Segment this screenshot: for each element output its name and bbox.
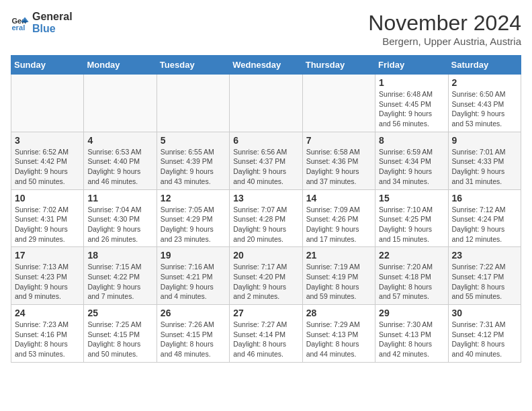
day-info: Sunrise: 6:58 AMSunset: 4:36 PMDaylight:… bbox=[306, 147, 371, 187]
day-number: 20 bbox=[233, 250, 298, 261]
day-info: Sunrise: 6:59 AMSunset: 4:34 PMDaylight:… bbox=[379, 147, 444, 187]
logo-text-line1: General bbox=[32, 11, 73, 23]
day-number: 24 bbox=[15, 308, 80, 318]
day-info: Sunrise: 7:22 AMSunset: 4:17 PMDaylight:… bbox=[452, 262, 517, 302]
svg-text:eral: eral bbox=[11, 24, 25, 32]
day-number: 4 bbox=[87, 135, 152, 146]
day-number: 18 bbox=[87, 250, 152, 261]
day-number: 14 bbox=[306, 193, 371, 203]
day-number: 6 bbox=[233, 135, 298, 146]
day-info: Sunrise: 6:53 AMSunset: 4:40 PMDaylight:… bbox=[87, 147, 152, 187]
calendar-cell: 14Sunrise: 7:09 AMSunset: 4:26 PMDayligh… bbox=[302, 189, 375, 247]
day-info: Sunrise: 7:09 AMSunset: 4:26 PMDaylight:… bbox=[306, 205, 371, 244]
day-number: 21 bbox=[306, 250, 371, 261]
calendar-cell: 9Sunrise: 7:01 AMSunset: 4:33 PMDaylight… bbox=[448, 132, 521, 189]
day-info: Sunrise: 7:27 AMSunset: 4:14 PMDaylight:… bbox=[233, 320, 298, 359]
calendar-cell bbox=[11, 75, 84, 132]
day-number: 16 bbox=[452, 193, 517, 203]
calendar-cell: 18Sunrise: 7:15 AMSunset: 4:22 PMDayligh… bbox=[84, 247, 157, 305]
day-info: Sunrise: 7:20 AMSunset: 4:18 PMDaylight:… bbox=[379, 262, 444, 302]
day-info: Sunrise: 7:02 AMSunset: 4:31 PMDaylight:… bbox=[15, 205, 80, 244]
calendar-cell bbox=[230, 75, 302, 132]
day-number: 12 bbox=[161, 193, 226, 203]
calendar-cell: 19Sunrise: 7:16 AMSunset: 4:21 PMDayligh… bbox=[157, 247, 229, 305]
day-number: 1 bbox=[379, 77, 444, 88]
calendar-cell: 25Sunrise: 7:25 AMSunset: 4:15 PMDayligh… bbox=[84, 305, 157, 363]
day-number: 13 bbox=[233, 193, 298, 203]
day-number: 2 bbox=[452, 77, 517, 88]
day-info: Sunrise: 7:07 AMSunset: 4:28 PMDaylight:… bbox=[233, 205, 298, 244]
calendar-cell: 27Sunrise: 7:27 AMSunset: 4:14 PMDayligh… bbox=[230, 305, 302, 363]
day-info: Sunrise: 7:10 AMSunset: 4:25 PMDaylight:… bbox=[379, 205, 444, 244]
calendar-cell: 11Sunrise: 7:04 AMSunset: 4:30 PMDayligh… bbox=[84, 189, 157, 247]
calendar-week-5: 24Sunrise: 7:23 AMSunset: 4:16 PMDayligh… bbox=[11, 305, 521, 363]
calendar-cell bbox=[157, 75, 229, 132]
day-number: 7 bbox=[306, 135, 371, 146]
day-info: Sunrise: 7:13 AMSunset: 4:23 PMDaylight:… bbox=[15, 262, 80, 302]
day-number: 19 bbox=[161, 250, 226, 261]
calendar-cell: 21Sunrise: 7:19 AMSunset: 4:19 PMDayligh… bbox=[302, 247, 375, 305]
header-monday: Monday bbox=[84, 56, 157, 75]
calendar-week-1: 1Sunrise: 6:48 AMSunset: 4:45 PMDaylight… bbox=[11, 75, 521, 132]
location-subtitle: Bergern, Upper Austria, Austria bbox=[368, 36, 521, 47]
day-info: Sunrise: 6:52 AMSunset: 4:42 PMDaylight:… bbox=[15, 147, 80, 187]
day-info: Sunrise: 6:56 AMSunset: 4:37 PMDaylight:… bbox=[233, 147, 298, 187]
day-number: 9 bbox=[452, 135, 517, 146]
calendar-cell: 12Sunrise: 7:05 AMSunset: 4:29 PMDayligh… bbox=[157, 189, 229, 247]
day-info: Sunrise: 7:16 AMSunset: 4:21 PMDaylight:… bbox=[161, 262, 226, 302]
calendar-cell: 29Sunrise: 7:30 AMSunset: 4:13 PMDayligh… bbox=[375, 305, 448, 363]
calendar-cell: 6Sunrise: 6:56 AMSunset: 4:37 PMDaylight… bbox=[230, 132, 302, 189]
day-number: 10 bbox=[15, 193, 80, 203]
day-number: 22 bbox=[379, 250, 444, 261]
calendar-cell: 3Sunrise: 6:52 AMSunset: 4:42 PMDaylight… bbox=[11, 132, 84, 189]
header-saturday: Saturday bbox=[448, 56, 521, 75]
calendar-week-3: 10Sunrise: 7:02 AMSunset: 4:31 PMDayligh… bbox=[11, 189, 521, 247]
calendar-cell: 16Sunrise: 7:12 AMSunset: 4:24 PMDayligh… bbox=[448, 189, 521, 247]
calendar-cell: 13Sunrise: 7:07 AMSunset: 4:28 PMDayligh… bbox=[230, 189, 302, 247]
day-info: Sunrise: 7:25 AMSunset: 4:15 PMDaylight:… bbox=[87, 320, 152, 359]
day-info: Sunrise: 7:01 AMSunset: 4:33 PMDaylight:… bbox=[452, 147, 517, 187]
calendar-cell: 20Sunrise: 7:17 AMSunset: 4:20 PMDayligh… bbox=[230, 247, 302, 305]
header: Gen eral General Blue November 2024 Berg… bbox=[11, 11, 521, 47]
day-number: 28 bbox=[306, 308, 371, 318]
day-number: 8 bbox=[379, 135, 444, 146]
day-info: Sunrise: 7:12 AMSunset: 4:24 PMDaylight:… bbox=[452, 205, 517, 244]
calendar-table: Sunday Monday Tuesday Wednesday Thursday… bbox=[11, 55, 521, 363]
calendar-cell: 28Sunrise: 7:29 AMSunset: 4:13 PMDayligh… bbox=[302, 305, 375, 363]
logo: Gen eral General Blue bbox=[11, 11, 73, 34]
calendar-cell: 17Sunrise: 7:13 AMSunset: 4:23 PMDayligh… bbox=[11, 247, 84, 305]
day-info: Sunrise: 7:04 AMSunset: 4:30 PMDaylight:… bbox=[87, 205, 152, 244]
day-number: 25 bbox=[87, 308, 152, 318]
day-number: 17 bbox=[15, 250, 80, 261]
calendar-cell: 15Sunrise: 7:10 AMSunset: 4:25 PMDayligh… bbox=[375, 189, 448, 247]
day-info: Sunrise: 7:19 AMSunset: 4:19 PMDaylight:… bbox=[306, 262, 371, 302]
day-info: Sunrise: 7:30 AMSunset: 4:13 PMDaylight:… bbox=[379, 320, 444, 359]
day-number: 27 bbox=[233, 308, 298, 318]
day-info: Sunrise: 6:48 AMSunset: 4:45 PMDaylight:… bbox=[379, 89, 444, 129]
day-number: 11 bbox=[87, 193, 152, 203]
day-info: Sunrise: 7:15 AMSunset: 4:22 PMDaylight:… bbox=[87, 262, 152, 302]
calendar-cell: 24Sunrise: 7:23 AMSunset: 4:16 PMDayligh… bbox=[11, 305, 84, 363]
header-row: Sunday Monday Tuesday Wednesday Thursday… bbox=[11, 56, 521, 75]
day-info: Sunrise: 7:26 AMSunset: 4:15 PMDaylight:… bbox=[161, 320, 226, 359]
day-info: Sunrise: 7:31 AMSunset: 4:12 PMDaylight:… bbox=[452, 320, 517, 359]
calendar-week-4: 17Sunrise: 7:13 AMSunset: 4:23 PMDayligh… bbox=[11, 247, 521, 305]
calendar-cell: 8Sunrise: 6:59 AMSunset: 4:34 PMDaylight… bbox=[375, 132, 448, 189]
header-friday: Friday bbox=[375, 56, 448, 75]
calendar-cell: 30Sunrise: 7:31 AMSunset: 4:12 PMDayligh… bbox=[448, 305, 521, 363]
calendar-body: 1Sunrise: 6:48 AMSunset: 4:45 PMDaylight… bbox=[11, 75, 521, 363]
calendar-cell: 23Sunrise: 7:22 AMSunset: 4:17 PMDayligh… bbox=[448, 247, 521, 305]
day-number: 5 bbox=[161, 135, 226, 146]
day-number: 29 bbox=[379, 308, 444, 318]
header-thursday: Thursday bbox=[302, 56, 375, 75]
calendar-cell: 1Sunrise: 6:48 AMSunset: 4:45 PMDaylight… bbox=[375, 75, 448, 132]
title-area: November 2024 Bergern, Upper Austria, Au… bbox=[368, 11, 521, 47]
day-info: Sunrise: 7:23 AMSunset: 4:16 PMDaylight:… bbox=[15, 320, 80, 359]
day-number: 23 bbox=[452, 250, 517, 261]
day-number: 15 bbox=[379, 193, 444, 203]
month-title: November 2024 bbox=[368, 11, 521, 36]
calendar-cell: 5Sunrise: 6:55 AMSunset: 4:39 PMDaylight… bbox=[157, 132, 229, 189]
calendar-week-2: 3Sunrise: 6:52 AMSunset: 4:42 PMDaylight… bbox=[11, 132, 521, 189]
logo-icon: Gen eral bbox=[11, 13, 30, 32]
calendar-header: Sunday Monday Tuesday Wednesday Thursday… bbox=[11, 56, 521, 75]
